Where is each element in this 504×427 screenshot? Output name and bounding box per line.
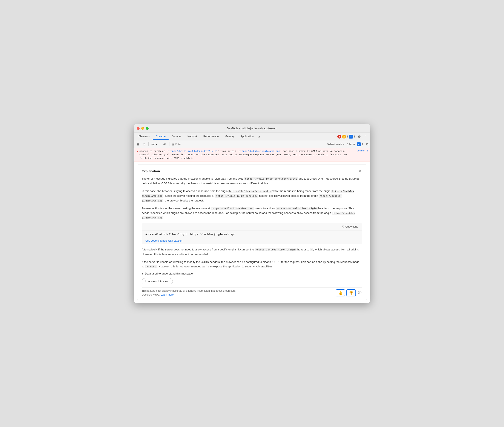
issue-label: 1 Issue:: [347, 143, 356, 146]
copy-label: Copy code: [345, 225, 358, 228]
eye-icon-button[interactable]: 👁: [162, 142, 167, 147]
info-count-badge: ✕: [349, 135, 353, 138]
error-count-badge[interactable]: 2: [337, 135, 341, 138]
settings-button[interactable]: ⚙: [357, 134, 362, 140]
learn-more-link[interactable]: Learn more: [160, 293, 173, 296]
filter-area: ⊟: [172, 143, 209, 146]
close-button[interactable]: [137, 127, 140, 130]
caution-link[interactable]: Use code snippets with caution: [142, 239, 182, 244]
separator-1: [148, 142, 149, 146]
tabs-bar: Elements Console Sources Network Perform…: [134, 133, 370, 141]
explanation-para2: In this case, the browser is trying to a…: [142, 189, 362, 203]
clear-console-button[interactable]: ⊘: [142, 142, 147, 147]
window-title: DevTools - bubble-jingle.web.app/search: [227, 127, 277, 130]
error-message: Access to fetch at 'https://hello-io-24.…: [140, 150, 355, 160]
thumbs-up-button[interactable]: 👍: [336, 289, 345, 297]
console-content: ✕ Access to fetch at 'https://hello-io-2…: [134, 148, 370, 303]
error-url1[interactable]: https://hello-io-24.deno.dev/?lvl=1: [168, 150, 218, 152]
inline-origin6: https://bubble-jingle.web.app: [142, 212, 355, 220]
traffic-lights: [137, 127, 149, 130]
explanation-panel: Explanation × The error message indicate…: [137, 165, 367, 300]
error-source-link[interactable]: search:1: [357, 150, 368, 152]
levels-dropdown-icon: ▾: [343, 143, 345, 146]
use-search-button[interactable]: Use search instead: [142, 278, 173, 284]
maximize-button[interactable]: [146, 127, 149, 130]
thumbs-up-icon: 👍: [338, 291, 343, 295]
error-icon: ✕: [136, 150, 138, 153]
issue-badge: ✕: [357, 142, 361, 146]
inline-origin3: https://hello-io-24.deno.dev: [215, 194, 258, 198]
inline-origin5: https://hello-io-24.deno.dev: [211, 207, 254, 210]
context-selector[interactable]: top ▾: [150, 142, 158, 146]
devtools-window: DevTools - bubble-jingle.web.app/search …: [134, 124, 370, 303]
console-toolbar: ⊟ ⊘ top ▾ 👁 ⊟ Default levels ▾ 1 Issue: …: [134, 141, 370, 148]
tabs-right-area: 2 ⚠ 1 ✕ 1 ⚙ ⋮: [337, 134, 369, 140]
disclaimer-row: This feature may display inaccurate or o…: [142, 287, 362, 297]
error-text-before: Access to fetch at ': [140, 150, 168, 152]
feedback-buttons: 👍 👎 ⓘ: [336, 289, 362, 297]
tab-console[interactable]: Console: [153, 134, 169, 140]
inline-origin1: https://hello-io-24.deno.dev: [228, 190, 272, 193]
data-used-row[interactable]: ▶ Data used to understand this message: [142, 272, 362, 275]
separator-3: [169, 142, 169, 146]
title-bar: DevTools - bubble-jingle.web.app/search: [134, 124, 370, 133]
explanation-header: Explanation ×: [142, 169, 362, 173]
explanation-para5: If the server is unable or unwilling to …: [142, 260, 362, 269]
sidebar-toggle-button[interactable]: ⊟: [135, 142, 141, 147]
filter-input[interactable]: [175, 143, 209, 146]
console-settings-button[interactable]: ⚙: [366, 142, 369, 146]
copy-icon: ⧉: [342, 225, 344, 228]
copy-code-button[interactable]: ⧉ Copy code: [341, 224, 360, 229]
data-used-arrow-icon: ▶: [142, 272, 144, 275]
error-url2[interactable]: https://bubble-jingle.web.app: [239, 150, 280, 152]
info-icon: ⓘ: [358, 291, 362, 295]
code-block-header: ⧉ Copy code: [142, 223, 362, 230]
error-text-mid1: ' from origin ': [218, 150, 239, 152]
info-circle-button[interactable]: ⓘ: [357, 290, 362, 296]
inline-star: *: [310, 248, 313, 251]
data-used-label: Data used to understand this message: [145, 272, 193, 275]
explanation-title: Explanation: [142, 169, 160, 173]
context-dropdown-icon: ▾: [156, 143, 157, 146]
thumbs-down-button[interactable]: 👎: [346, 289, 356, 297]
more-tabs-button[interactable]: »: [257, 134, 262, 139]
inline-header2: Access-Control-Allow-Origin: [255, 248, 297, 251]
inline-header: Access-Control-Allow-Origin: [276, 207, 317, 210]
filter-icon: ⊟: [172, 143, 174, 146]
thumbs-down-icon: 👎: [349, 291, 353, 295]
warn-count-badge: ⚠: [342, 135, 346, 138]
issue-indicator[interactable]: 1 Issue: ✕ 1: [347, 142, 363, 146]
tab-sources[interactable]: Sources: [169, 134, 184, 140]
tab-performance[interactable]: Performance: [200, 134, 222, 140]
error-line: ✕ Access to fetch at 'https://hello-io-2…: [134, 148, 370, 162]
issue-count: 1: [362, 143, 363, 146]
disclaimer-text: This feature may display inaccurate or o…: [142, 289, 245, 297]
close-explanation-button[interactable]: ×: [358, 169, 362, 173]
levels-label: Default levels: [327, 143, 342, 146]
inline-url1: https://hello-io-24.deno.dev/?lvl=1: [244, 177, 298, 180]
explanation-para4: Alternatively, if the server does not ne…: [142, 247, 362, 256]
context-label: top: [151, 143, 155, 146]
minimize-button[interactable]: [141, 127, 144, 130]
warn-count: 1: [347, 135, 348, 138]
tab-network[interactable]: Network: [184, 134, 200, 140]
tab-memory[interactable]: Memory: [222, 134, 237, 140]
code-block-container: ⧉ Copy code Access-Control-Allow-Origin:…: [142, 223, 362, 244]
info-count: 1: [354, 135, 355, 138]
levels-selector[interactable]: Default levels ▾: [327, 143, 345, 146]
separator-2: [160, 142, 160, 146]
tab-elements[interactable]: Elements: [135, 134, 153, 140]
more-options-button[interactable]: ⋮: [363, 134, 369, 140]
code-snippet: Access-Control-Allow-Origin: https://bub…: [142, 230, 362, 239]
explanation-para3: To resolve this issue, the server hostin…: [142, 206, 362, 220]
inline-no-cors: no-cors: [145, 265, 157, 268]
explanation-para1: The error message indicates that the bro…: [142, 176, 362, 186]
tab-application[interactable]: Application: [237, 134, 257, 140]
disclaimer-static-text: This feature may display inaccurate or o…: [142, 289, 236, 296]
